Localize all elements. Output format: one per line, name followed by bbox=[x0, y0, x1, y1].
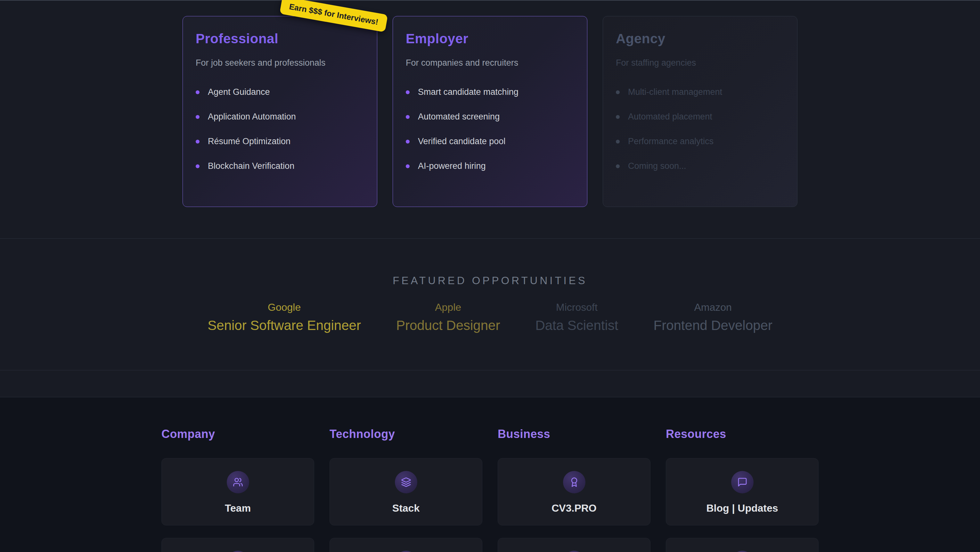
footer-card-label: Team bbox=[225, 503, 251, 514]
footer-heading: Business bbox=[498, 428, 651, 441]
footer-card-partial[interactable] bbox=[329, 538, 482, 552]
footer-heading: Resources bbox=[666, 428, 819, 441]
plan-features: Smart candidate matching Automated scree… bbox=[406, 87, 574, 171]
footer-card-stack[interactable]: Stack bbox=[329, 458, 482, 525]
footer-card-label: Stack bbox=[392, 503, 420, 514]
featured-jobs-row: Google Senior Software Engineer Apple Pr… bbox=[0, 302, 980, 333]
footer-card-blog-updates[interactable]: Blog | Updates bbox=[666, 458, 819, 525]
featured-heading: FEATURED OPPORTUNITIES bbox=[0, 274, 980, 287]
bullet-icon bbox=[616, 140, 620, 144]
hidden-icon bbox=[395, 551, 417, 552]
job-company: Apple bbox=[396, 302, 500, 313]
feature-item: Performance analytics bbox=[616, 137, 784, 147]
users-icon bbox=[227, 471, 249, 493]
bullet-icon bbox=[406, 115, 410, 119]
job-item-amazon: Amazon Frontend Developer bbox=[654, 302, 772, 333]
plan-features: Agent Guidance Application Automation Ré… bbox=[196, 87, 364, 171]
bullet-icon bbox=[406, 140, 410, 144]
job-title: Data Scientist bbox=[535, 318, 618, 333]
job-item-apple: Apple Product Designer bbox=[396, 302, 500, 333]
award-icon bbox=[563, 471, 585, 493]
bullet-icon bbox=[196, 90, 199, 94]
hidden-icon bbox=[227, 551, 249, 552]
footer-card-partial[interactable] bbox=[498, 538, 651, 552]
job-company: Microsoft bbox=[535, 302, 618, 313]
feature-item: Automated screening bbox=[406, 112, 574, 122]
footer-card-partial[interactable] bbox=[161, 538, 314, 552]
plan-features: Multi-client management Automated placem… bbox=[616, 87, 784, 171]
section-spacer bbox=[0, 370, 980, 397]
plan-subtitle: For companies and recruiters bbox=[406, 58, 574, 68]
earn-for-interviews-badge: Earn $$$ for Interviews! bbox=[280, 0, 388, 32]
footer-grid: Company Team Technology Stack bbox=[161, 428, 819, 552]
plan-card-agency: Agency For staffing agencies Multi-clien… bbox=[603, 16, 797, 207]
feature-item: AI-powered hiring bbox=[406, 161, 574, 171]
feature-label: Automated placement bbox=[628, 112, 712, 122]
feature-item: Coming soon... bbox=[616, 161, 784, 171]
feature-item: Multi-client management bbox=[616, 87, 784, 97]
footer-column-resources: Resources Blog | Updates bbox=[666, 428, 819, 552]
job-title: Frontend Developer bbox=[654, 318, 772, 333]
feature-label: Verified candidate pool bbox=[418, 137, 505, 147]
footer-column-company: Company Team bbox=[161, 428, 314, 552]
bullet-icon bbox=[616, 164, 620, 168]
feature-item: Smart candidate matching bbox=[406, 87, 574, 97]
plans-row: Earn $$$ for Interviews! Professional Fo… bbox=[0, 16, 980, 207]
job-title: Senior Software Engineer bbox=[208, 318, 361, 333]
plan-title: Agency bbox=[616, 31, 784, 46]
feature-label: Smart candidate matching bbox=[418, 87, 519, 97]
footer-card-partial[interactable] bbox=[666, 538, 819, 552]
footer-column-business: Business CV3.PRO bbox=[498, 428, 651, 552]
feature-label: Blockchain Verification bbox=[208, 161, 294, 171]
plan-title: Employer bbox=[406, 31, 574, 46]
plan-subtitle: For staffing agencies bbox=[616, 58, 784, 68]
bullet-icon bbox=[196, 164, 199, 168]
hidden-icon bbox=[563, 551, 585, 552]
feature-label: Résumé Optimization bbox=[208, 137, 291, 147]
plan-card-employer[interactable]: Employer For companies and recruiters Sm… bbox=[393, 16, 587, 207]
feature-item: Automated placement bbox=[616, 112, 784, 122]
job-item-google: Google Senior Software Engineer bbox=[208, 302, 361, 333]
job-item-microsoft: Microsoft Data Scientist bbox=[535, 302, 618, 333]
footer-card-team[interactable]: Team bbox=[161, 458, 314, 525]
feature-label: Coming soon... bbox=[628, 161, 686, 171]
feature-label: AI-powered hiring bbox=[418, 161, 486, 171]
footer-card-label: Blog | Updates bbox=[706, 503, 778, 514]
pricing-section: Earn $$$ for Interviews! Professional Fo… bbox=[0, 0, 980, 239]
footer-heading: Technology bbox=[329, 428, 482, 441]
bullet-icon bbox=[406, 164, 410, 168]
plan-card-professional[interactable]: Earn $$$ for Interviews! Professional Fo… bbox=[183, 16, 377, 207]
feature-label: Automated screening bbox=[418, 112, 500, 122]
feature-item: Application Automation bbox=[196, 112, 364, 122]
message-square-icon bbox=[731, 471, 754, 493]
feature-item: Verified candidate pool bbox=[406, 137, 574, 147]
job-company: Amazon bbox=[654, 302, 772, 313]
feature-item: Résumé Optimization bbox=[196, 137, 364, 147]
feature-label: Multi-client management bbox=[628, 87, 722, 97]
hidden-icon bbox=[731, 551, 754, 552]
feature-item: Agent Guidance bbox=[196, 87, 364, 97]
bullet-icon bbox=[196, 140, 199, 144]
feature-label: Performance analytics bbox=[628, 137, 714, 147]
footer-column-technology: Technology Stack bbox=[329, 428, 482, 552]
site-footer: Company Team Technology Stack bbox=[0, 397, 980, 552]
bullet-icon bbox=[196, 115, 199, 119]
plan-subtitle: For job seekers and professionals bbox=[196, 58, 364, 68]
featured-opportunities-section: FEATURED OPPORTUNITIES Google Senior Sof… bbox=[0, 239, 980, 370]
footer-card-cv3pro[interactable]: CV3.PRO bbox=[498, 458, 651, 525]
plan-title: Professional bbox=[196, 31, 364, 46]
footer-heading: Company bbox=[161, 428, 314, 441]
job-title: Product Designer bbox=[396, 318, 500, 333]
layers-icon bbox=[395, 471, 417, 493]
feature-label: Agent Guidance bbox=[208, 87, 270, 97]
footer-card-label: CV3.PRO bbox=[552, 503, 596, 514]
bullet-icon bbox=[406, 90, 410, 94]
bullet-icon bbox=[616, 90, 620, 94]
job-company: Google bbox=[208, 302, 361, 313]
feature-label: Application Automation bbox=[208, 112, 296, 122]
bullet-icon bbox=[616, 115, 620, 119]
feature-item: Blockchain Verification bbox=[196, 161, 364, 171]
